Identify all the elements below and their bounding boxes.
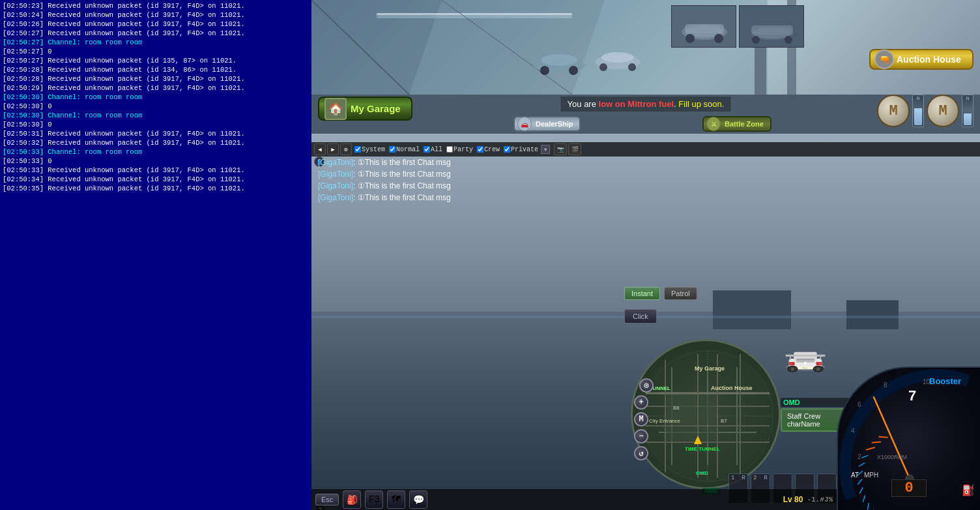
chat-message: [GigaToni]: ①This is the first Chat msg (318, 168, 980, 180)
svg-rect-67 (796, 359, 814, 360)
chat-filter-private-label: Private (511, 146, 538, 153)
inventory-icon-btn[interactable]: 🎒 (343, 490, 361, 509)
svg-rect-9 (672, 6, 736, 48)
map-camera-btn[interactable]: ⊙ (639, 378, 654, 393)
battle-zone-button[interactable]: ⚔ Battle Zone (702, 116, 771, 132)
chat-toggle[interactable]: ▼ (541, 145, 550, 154)
svg-line-94 (859, 462, 865, 467)
svg-text:OMD: OMD (696, 470, 708, 476)
terminal-line: [02:50:30] 0 (3, 120, 309, 129)
svg-point-19 (785, 36, 792, 44)
chat-cam-btn-2[interactable]: 🎬 (568, 143, 581, 155)
map-zoom-out-btn[interactable]: − (634, 429, 648, 443)
chat-icon-btn[interactable]: 💬 (409, 490, 427, 509)
action-buttons: Instant Patrol (624, 287, 697, 300)
floating-cars (520, 33, 650, 88)
click-button[interactable]: Click (624, 309, 657, 323)
svg-rect-49 (699, 395, 716, 425)
svg-line-97 (872, 438, 881, 447)
patrol-button[interactable]: Patrol (664, 287, 697, 300)
currency-slot-2: M (927, 95, 959, 127)
terminal-line: [02:50:29] Received unknown packet (id 3… (3, 83, 309, 93)
level-display: Lv 80 (783, 495, 803, 504)
chat-filter-crew-label: Crew (484, 146, 500, 153)
svg-line-106 (874, 397, 910, 479)
chat-filter-system: System (354, 146, 385, 153)
svg-point-73 (818, 363, 821, 365)
chat-filter-party-label: Party (454, 146, 473, 153)
chat-settings[interactable]: ⚙ (340, 143, 352, 155)
currency-fill-2 (964, 113, 972, 125)
my-garage-button[interactable]: 🏠 My Garage (318, 97, 412, 121)
svg-point-22 (541, 54, 577, 66)
background-building-1 (713, 290, 791, 329)
svg-point-28 (628, 63, 636, 71)
svg-point-18 (752, 36, 760, 44)
svg-rect-20 (751, 25, 793, 35)
map-rotate-btn[interactable]: ↺ (634, 446, 648, 460)
svg-line-96 (866, 444, 875, 453)
svg-line-91 (858, 487, 865, 493)
chat-username: [GigaToni] (318, 158, 353, 167)
terminal-line: [02:50:31] Received unknown packet (id 3… (3, 129, 309, 138)
speed-display: 0 (891, 479, 927, 497)
svg-point-12 (685, 34, 695, 43)
chat-filter-normal-checkbox[interactable] (389, 146, 396, 153)
svg-point-16 (751, 27, 793, 40)
svg-text:10: 10 (923, 378, 930, 385)
terminal-line: [02:50:35] Received unknown packet (id 3… (3, 184, 309, 193)
chat-filter-all-label: All (431, 146, 442, 153)
currency-display: M N M N (877, 95, 973, 127)
svg-point-78 (791, 367, 794, 370)
chat-filter-party-checkbox[interactable] (446, 146, 453, 153)
chat-nav-left[interactable]: ◀ (314, 143, 326, 155)
chat-filter-normal: Normal (389, 146, 420, 153)
terminal-line: [02:50:24] Received unknown packet (id 3… (3, 10, 309, 20)
coords-display: -1.#J% (807, 496, 833, 503)
terminal-panel: [02:50:23] Received unknown packet (id 3… (0, 0, 311, 510)
terminal-line: [02:50:28] Received unknown packet (id 1… (3, 65, 309, 74)
chat-nav-right[interactable]: ▶ (327, 143, 339, 155)
instant-button[interactable]: Instant (624, 287, 660, 300)
chat-bar: ◀ ▶ ⚙ System Normal All Party Crew Priva… (311, 142, 980, 157)
chat-cam-btn-1[interactable]: 📷 (554, 143, 567, 155)
svg-text:4: 4 (851, 427, 855, 434)
photo-thumb-2 (739, 5, 804, 48)
chat-filter-private-checkbox[interactable] (504, 146, 510, 153)
terminal-line: [02:50:30] Channel: room room room (3, 111, 309, 120)
map-zoom-in-btn[interactable]: + (634, 395, 648, 410)
currency-slot-1: M (877, 95, 910, 127)
map-icon-btn[interactable]: 🗺 (387, 490, 405, 509)
bottom-hud: Esc 🎒 F3 🗺 💬 Lv 80 -1.#J% (311, 489, 837, 510)
chat-text: : ①This is the first Chat msg (353, 193, 451, 202)
svg-rect-64 (786, 355, 826, 357)
auction-house-button[interactable]: 🔫 Auction House (869, 49, 973, 70)
chat-text: : ①This is the first Chat msg (353, 158, 451, 167)
chat-message: [GigaToni]: ①This is the first Chat msg (318, 180, 980, 192)
f3-button[interactable]: F3 (365, 490, 383, 509)
svg-rect-68 (796, 361, 814, 361)
chat-username: [GigaToni] (318, 193, 353, 202)
svg-text:Auction House: Auction House (711, 385, 753, 391)
esc-button[interactable]: Esc (315, 494, 339, 505)
svg-rect-65 (790, 355, 791, 360)
chat-text: : ①This is the first Chat msg (353, 170, 451, 179)
svg-rect-50 (667, 427, 697, 441)
chat-filter-all-checkbox[interactable] (424, 146, 430, 153)
floating-cars-svg (520, 33, 650, 85)
battle-zone-label: Battle Zone (725, 120, 764, 128)
chat-message: [GigaToni]: ①This is the first Chat msg (318, 157, 980, 168)
map-center-btn[interactable]: M (634, 412, 648, 427)
chat-filter-crew-checkbox[interactable] (477, 146, 483, 153)
f3-label: F3 (369, 494, 380, 505)
chat-filter-system-checkbox[interactable] (354, 146, 361, 153)
coin-2-symbol: M (938, 103, 947, 119)
dealership-button[interactable]: 🚗 DealerShip (513, 116, 581, 132)
auction-house-label: Auction House (897, 54, 961, 65)
fuel-icon: ⛽ (962, 484, 975, 497)
svg-point-13 (714, 34, 723, 43)
svg-line-98 (878, 432, 887, 442)
svg-rect-15 (740, 6, 804, 48)
currency-n-label-1: N (917, 95, 920, 101)
terminal-line: [02:50:27] Received unknown packet (id 3… (3, 29, 309, 38)
